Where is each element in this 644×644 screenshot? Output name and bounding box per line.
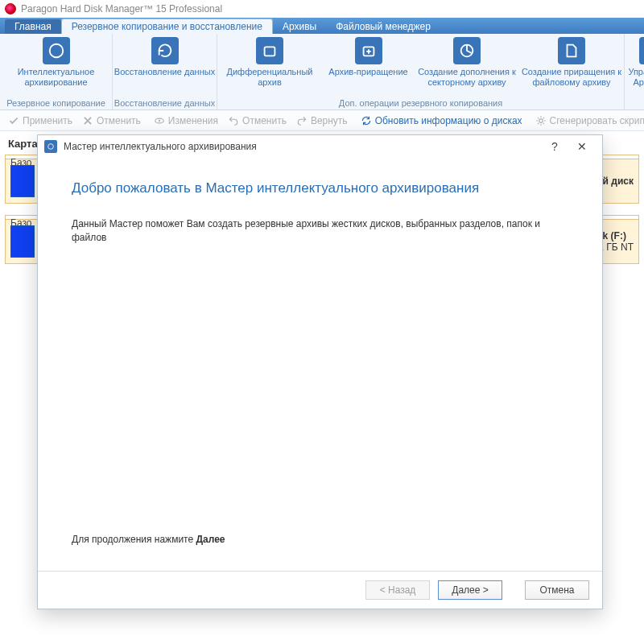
ribbon-manage-archive-button[interactable]: Управление Архивной [625, 34, 644, 106]
main-tabs: Главная Резервное копирование и восстано… [0, 18, 644, 34]
svg-rect-1 [265, 47, 275, 56]
disk-backup-icon [43, 37, 70, 64]
redo-button[interactable]: Вернуть [291, 115, 353, 126]
ribbon-label: Управление Архивной [625, 67, 644, 87]
app-icon [5, 3, 16, 14]
ribbon-group-title: Восстановление данных [113, 97, 217, 109]
ribbon-label: Создание дополнения к секторному архиву [415, 67, 519, 87]
changes-button[interactable]: Изменения [149, 115, 223, 126]
wizard-icon [44, 140, 57, 153]
cross-icon [82, 115, 93, 126]
ribbon-file-add-button[interactable]: Создание приращения к файловому архиву [519, 34, 624, 97]
manage-archive-icon [639, 37, 644, 64]
partition-block[interactable] [10, 225, 35, 258]
refresh-disks-button[interactable]: Обновить информацию о дисках [356, 115, 527, 126]
ribbon-sector-add-button[interactable]: Создание дополнения к секторному архиву [415, 34, 519, 97]
wizard-body: Добро пожаловать в Мастер интеллектуальн… [38, 158, 602, 571]
apply-button[interactable]: Применить [3, 115, 77, 126]
ribbon: Интеллектуальное архивирование Резервное… [0, 34, 644, 110]
diff-archive-icon [256, 37, 283, 64]
eye-icon [154, 115, 165, 126]
undo-icon [228, 115, 239, 126]
ribbon-label: Восстановление данных [114, 67, 215, 77]
partition-block[interactable] [10, 165, 35, 197]
svg-point-7 [539, 118, 543, 122]
wizard-next-button[interactable]: Далее > [438, 580, 502, 600]
svg-point-0 [49, 44, 63, 58]
ribbon-diff-archive-button[interactable]: Дифференциальный архив [217, 34, 322, 97]
wizard-button-row: < Назад Далее > Отмена [38, 572, 602, 609]
ribbon-label: Дифференциальный архив [217, 67, 322, 87]
incremental-archive-icon [355, 37, 382, 64]
undo-button[interactable]: Отменить [223, 115, 291, 126]
restore-icon [151, 37, 179, 64]
wizard-dialog: Мастер интеллектуального архивирования ?… [37, 134, 603, 609]
window-title: Paragon Hard Disk Manager™ 15 Profession… [21, 3, 222, 14]
quickbar: Применить Отменить Изменения Отменить Ве… [0, 110, 644, 131]
ribbon-label: Архив-приращение [328, 67, 407, 77]
ribbon-smart-backup-button[interactable]: Интеллектуальное архивирование [0, 34, 112, 97]
ribbon-restore-button[interactable]: Восстановление данных [113, 34, 217, 97]
wizard-back-button: < Назад [365, 580, 430, 600]
wizard-close-button[interactable]: ✕ [568, 138, 596, 155]
ribbon-group-title: Резервное копирование [0, 97, 112, 109]
ribbon-group-title: Доп. операции резервного копирования [217, 97, 624, 109]
wizard-description: Данный Мастер поможет Вам создать резерв… [72, 217, 568, 245]
svg-point-6 [159, 119, 160, 121]
tab-archives[interactable]: Архивы [273, 19, 326, 34]
refresh-icon [361, 115, 372, 126]
tab-file-manager[interactable]: Файловый менеджер [326, 19, 440, 34]
svg-point-9 [48, 144, 54, 150]
ribbon-group-title [625, 106, 644, 109]
generate-script-button[interactable]: Сгенерировать скрипт [530, 115, 644, 126]
wizard-title: Мастер интеллектуального архивирования [64, 141, 257, 152]
gear-icon [535, 115, 547, 126]
ribbon-incremental-archive-button[interactable]: Архив-приращение [322, 34, 415, 97]
wizard-heading: Добро пожаловать в Мастер интеллектуальн… [72, 180, 568, 196]
window-titlebar: Paragon Hard Disk Manager™ 15 Profession… [0, 0, 644, 18]
redo-icon [296, 115, 308, 126]
discard-button[interactable]: Отменить [77, 115, 146, 126]
check-icon [8, 115, 19, 126]
ribbon-label: Создание приращения к файловому архиву [519, 67, 624, 87]
wizard-cancel-button[interactable]: Отмена [525, 580, 589, 600]
tab-backup-restore[interactable]: Резервное копирование и восстановление [61, 19, 273, 34]
wizard-footnote: Для продолжения нажмите Далее [72, 534, 568, 545]
file-archive-icon [558, 37, 585, 64]
ribbon-label: Интеллектуальное архивирование [0, 67, 112, 87]
sector-archive-icon [453, 37, 481, 64]
content-area: Карта Базо ный диск Базо Disk (F:) 621 Г… [0, 131, 644, 644]
tab-main[interactable]: Главная [5, 19, 61, 34]
wizard-titlebar: Мастер интеллектуального архивирования ?… [38, 135, 602, 158]
wizard-help-button[interactable]: ? [541, 138, 568, 155]
